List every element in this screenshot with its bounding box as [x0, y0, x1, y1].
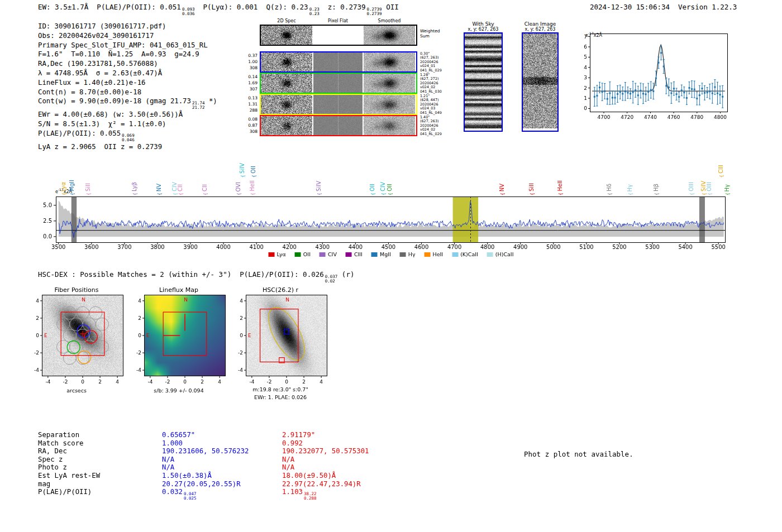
spec2d-cell-smoothed	[364, 95, 415, 114]
info-line-pre: Cont(w) = 9.90(±0.09)e-18 (gmag 21.73	[38, 97, 191, 105]
spec2d-left-label-4: 0.080.87308	[242, 116, 258, 135]
spec2d-left-label-1: 0.371.00308	[242, 52, 258, 71]
match-row-value1-5-text: 1.50(±0.38)Å	[162, 472, 212, 480]
match-row-value1-0: 0.65657"	[162, 431, 195, 439]
match-row-label-4: Photo z	[38, 463, 67, 471]
weight-value: 1.31	[242, 101, 258, 107]
detection-info-block: ID: 3090161717 (3090161717.pdf)Obs: 2020…	[38, 22, 217, 152]
spec2d-header-2dspec: 2D Spec	[261, 18, 312, 23]
match-row-label-1-text: Match score	[38, 439, 83, 447]
spec2d-cell-pixelflat	[313, 26, 363, 45]
match-row-value2-5: 18.00(±9.50)Å	[282, 472, 336, 480]
match-row-value1-7-stack: 0.0470.025	[184, 492, 197, 501]
legend-swatch	[425, 252, 431, 257]
match-row-value2-0-text: 2.91179"	[282, 431, 315, 439]
fiber-id-line: v024_03	[420, 107, 459, 111]
qz-sub: 0.23	[309, 12, 320, 16]
line-label-text: SiIV	[316, 181, 322, 191]
match-row-value1-6: 20.27(20.05,20.55)R	[162, 480, 241, 488]
hscdex-post: (r)	[337, 270, 354, 279]
match-row-label-0-text: Separation	[38, 431, 79, 439]
line-label-text: OIII	[706, 182, 713, 191]
match-row-value2-3-text: N/A	[282, 456, 294, 463]
line-label-text: Lyβ	[131, 182, 138, 191]
summary-header: EW: 3.5±1.7Å P(LAE)/P(OII): 0.0510.0930.…	[38, 3, 399, 16]
match-row-value1-7-sub: 0.025	[184, 496, 197, 501]
hscdex-pre: HSC-DEX : Possible Matches = 2 (within +…	[38, 270, 324, 279]
line-label-text: NV	[499, 184, 506, 191]
fiber-positions-plot	[30, 293, 123, 386]
match-row-value2-3: N/A	[282, 456, 294, 463]
plae-uncertainty: 0.0930.036	[182, 7, 195, 16]
line-label-text: CII	[202, 184, 208, 191]
match-row-label-1: Match score	[38, 439, 83, 447]
info-line-4: RA,Dec (190.231781,50.576088)	[38, 59, 217, 69]
spec2d-cell-pixelflat	[313, 52, 363, 71]
spec2d-right-label-2: 1.28"(627, 272)20200426v024_02041_RL_030	[420, 73, 459, 94]
spec2d-cell-pixelflat	[313, 116, 363, 135]
match-row-value1-5: 1.50(±0.38)Å	[162, 472, 212, 480]
weight-value: 1.00	[242, 59, 258, 65]
spec2d-left-label-3: 0.131.31288	[242, 95, 258, 113]
hscdex-uncertainty: 0.0370.02	[325, 275, 338, 284]
timestamp-version: 2024-12-30 15:06:34 Version 1.22.3	[590, 3, 737, 11]
line-label-text: CII	[177, 184, 184, 191]
spec2d-right-label-3: 1.21"(628, 447)20200426v024_03041_RL_049	[420, 94, 459, 115]
spec2d-cell-2dspec	[261, 74, 312, 93]
hsc-dex-summary: HSC-DEX : Possible Matches = 2 (within +…	[38, 270, 354, 284]
match-row-value2-2: 190.232077, 50.575301	[282, 447, 369, 455]
spec2d-row-4	[260, 115, 417, 136]
match-row-label-0: Separation	[38, 431, 79, 439]
info-line-sub: 21.72	[192, 106, 205, 110]
match-row-label-6-text: mag	[38, 480, 50, 488]
with-sky-title: With Sky	[462, 21, 504, 27]
weight-value: 308	[242, 65, 258, 71]
match-row-value2-7: 1.10338.220.288	[282, 488, 317, 501]
fiber-id-line: (627, 263)	[420, 119, 459, 123]
line-label-text: OII	[250, 166, 257, 174]
fiber-id-line: 041_RL_029	[420, 69, 459, 73]
legend-item-(H)CaII: (H)CaII	[487, 251, 514, 257]
line-label-text: Hγ	[724, 184, 731, 191]
match-row-label-3: Spec z	[38, 456, 63, 463]
info-line-0: ID: 3090161717 (3090161717.pdf)	[38, 22, 217, 31]
line-label-SiIV: SiIV}	[239, 163, 246, 179]
legend-item-CIV: CIV	[320, 251, 337, 257]
with-sky-panel	[464, 32, 503, 132]
spec-unit-exp: -17	[58, 188, 64, 191]
match-row-value1-7-text: 0.032	[162, 488, 183, 496]
info-line-6: LineFlux = 1.40(±0.21)e-16	[38, 78, 217, 88]
match-row-value1-2: 190.231606, 50.576232	[162, 447, 249, 455]
qz-uncertainty: 0.230.23	[309, 7, 320, 16]
spec2d-right-label-1: 0.30"(627, 263)20200426v024_01041_RL_029	[420, 52, 459, 73]
legend-label: HeII	[433, 251, 444, 257]
line-label-text: Hδ	[606, 184, 613, 191]
hsc-caption-2: EWr: 1. PLAE: 0.026	[233, 394, 327, 400]
fiber-id-line: 20200426	[420, 124, 459, 128]
info-line-11: P(LAE)/P(OII): 0.0550.0690.046	[38, 129, 217, 142]
fiber-id-line: 1.21"	[420, 94, 459, 98]
line-fit-plot	[570, 27, 732, 125]
match-row-label-7: P(LAE)/P(OII)	[38, 488, 92, 496]
legend-swatch	[487, 252, 493, 257]
plae-sub: 0.036	[182, 12, 195, 16]
match-row-value2-7-sub: 0.288	[304, 496, 317, 501]
weight-value: 0.37	[242, 52, 258, 59]
with-sky-coords: x, y: 627, 263	[462, 27, 504, 32]
fiber-id-line: Sum	[420, 34, 459, 39]
line-label-CIII: CIII}	[717, 165, 725, 179]
line-label-text: SiIV	[239, 163, 246, 174]
fiber-id-line: 20200426	[420, 82, 459, 85]
line-label-text: SiII	[85, 183, 92, 191]
fiber-id-line: (628, 447)	[420, 98, 459, 102]
spec2d-cell-2dspec	[261, 26, 312, 45]
legend-swatch	[371, 252, 378, 257]
match-row-label-3-text: Spec z	[38, 456, 63, 463]
line-label-text: Hβ	[653, 184, 660, 191]
fiber-id-line: v024_02	[420, 128, 459, 132]
spec2d-cell-smoothed	[364, 74, 415, 93]
line-label-brace: }	[240, 174, 245, 179]
z-uncertainty: 0.27390.2739	[367, 7, 382, 16]
line-label-text: SiIV	[700, 181, 707, 191]
line-label-text: CIV	[171, 182, 178, 191]
